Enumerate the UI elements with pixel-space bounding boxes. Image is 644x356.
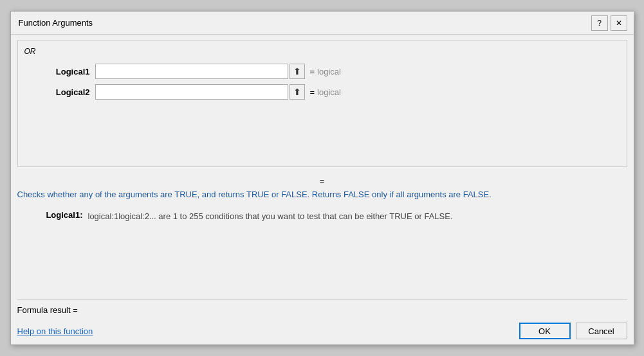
logical1-row: Logical1 ⬆ = logical [24, 64, 620, 79]
formula-result: Formula result = [17, 305, 78, 315]
function-name-label: OR [24, 47, 620, 56]
help-title-button[interactable]: ? [591, 15, 608, 31]
ok-button[interactable]: OK [519, 323, 571, 339]
logical2-result: logical [317, 87, 341, 97]
logical-desc-text: logical:1logical:2... are 1 to 255 condi… [88, 210, 627, 223]
logical2-equals: = [310, 87, 315, 97]
title-bar: Function Arguments ? ✕ [11, 12, 634, 35]
logical-desc-row: Logical1: logical:1logical:2... are 1 to… [17, 210, 627, 223]
function-arguments-dialog: Function Arguments ? ✕ OR Logical1 ⬆ = l… [10, 11, 634, 345]
logical2-label: Logical2 [24, 87, 95, 97]
title-bar-controls: ? ✕ [591, 15, 627, 31]
help-link[interactable]: Help on this function [17, 326, 93, 336]
footer-row: Help on this function OK Cancel [17, 323, 627, 339]
logical1-result: logical [317, 67, 341, 76]
logical2-row: Logical2 ⬆ = logical [24, 84, 620, 100]
dialog-title: Function Arguments [19, 18, 93, 28]
function-description: Checks whether any of the arguments are … [17, 188, 627, 201]
description-section: = Checks whether any of the arguments ar… [17, 172, 627, 226]
close-button[interactable]: ✕ [611, 15, 627, 31]
logical2-input[interactable] [95, 84, 288, 100]
cancel-button[interactable]: Cancel [576, 323, 627, 339]
bottom-section: Formula result = [17, 299, 627, 320]
logical1-equals: = [310, 67, 315, 76]
collapse-icon: ⬆ [293, 67, 301, 76]
logical2-collapse-button[interactable]: ⬆ [290, 84, 305, 100]
arguments-area: Logical1 ⬆ = logical Logical2 ⬆ = [24, 64, 620, 160]
logical-desc-label: Logical1: [17, 210, 88, 220]
logical1-label: Logical1 [24, 67, 95, 76]
collapse-icon-2: ⬆ [293, 87, 301, 96]
button-row: OK Cancel [519, 323, 627, 339]
logical1-input[interactable] [95, 64, 288, 79]
arguments-section: OR Logical1 ⬆ = logical Logical2 [17, 40, 627, 167]
dialog-body: OR Logical1 ⬆ = logical Logical2 [11, 35, 634, 344]
logical1-collapse-button[interactable]: ⬆ [290, 64, 305, 79]
result-equals: = [17, 176, 627, 186]
